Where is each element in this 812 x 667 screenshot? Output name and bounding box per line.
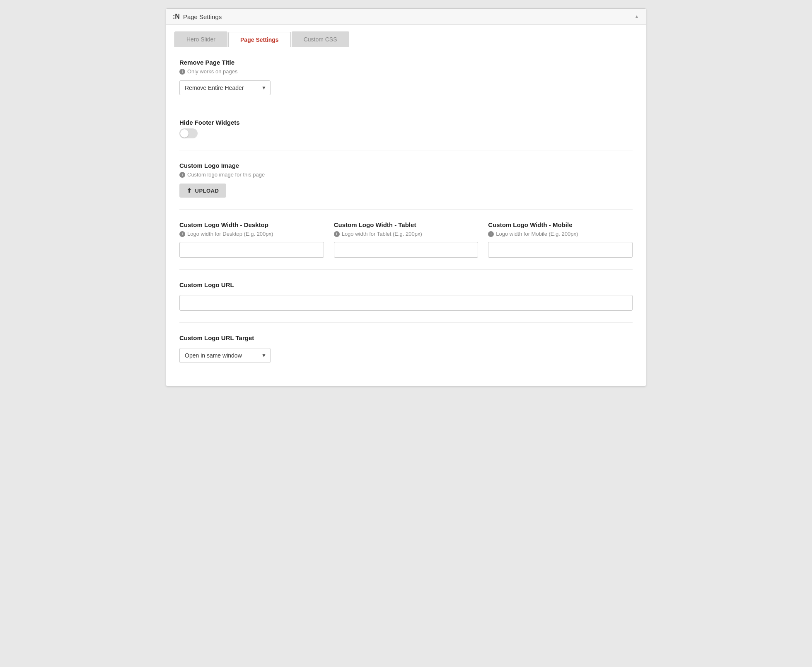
hide-footer-widgets-toggle[interactable] (179, 128, 198, 138)
info-icon-desktop: i (179, 231, 185, 237)
section-remove-page-title: Remove Page Title i Only works on pages … (179, 59, 633, 107)
panel-header: :N Page Settings ▲ (166, 9, 646, 25)
tab-custom-css[interactable]: Custom CSS (292, 31, 349, 47)
remove-page-title-desc: i Only works on pages (179, 68, 633, 75)
section-logo-widths: Custom Logo Width - Desktop i Logo width… (179, 221, 633, 270)
section-custom-logo-url: Custom Logo URL (179, 281, 633, 323)
section-hide-footer-widgets: Hide Footer Widgets (179, 119, 633, 150)
panel-title: Page Settings (183, 13, 222, 20)
logo-width-tablet-input[interactable] (334, 242, 479, 258)
custom-logo-url-input[interactable] (179, 295, 633, 311)
collapse-icon[interactable]: ▲ (634, 14, 639, 19)
panel-header-left: :N Page Settings (173, 13, 222, 20)
logo-width-mobile-label: Custom Logo Width - Mobile (488, 221, 633, 228)
custom-logo-url-target-select[interactable]: Open in same window Open in new window (179, 348, 271, 363)
logo-width-tablet-group: Custom Logo Width - Tablet i Logo width … (334, 221, 479, 258)
info-icon-custom-logo: i (179, 172, 185, 178)
info-icon-tablet: i (334, 231, 340, 237)
logo-width-mobile-input[interactable] (488, 242, 633, 258)
toggle-knob (180, 129, 188, 138)
tab-page-settings[interactable]: Page Settings (228, 32, 291, 47)
logo-width-desktop-input[interactable] (179, 242, 324, 258)
info-icon-mobile: i (488, 231, 494, 237)
upload-icon: ⬆ (187, 187, 192, 194)
remove-page-title-select[interactable]: Remove Entire Header Remove Page Title O… (179, 80, 271, 95)
tabs-row: Hero Slider Page Settings Custom CSS (166, 25, 646, 47)
tab-hero-slider[interactable]: Hero Slider (174, 31, 227, 47)
section-custom-logo-image: Custom Logo Image i Custom logo image fo… (179, 162, 633, 210)
remove-page-title-label: Remove Page Title (179, 59, 633, 66)
page-settings-panel: :N Page Settings ▲ Hero Slider Page Sett… (166, 8, 646, 387)
upload-button[interactable]: ⬆ UPLOAD (179, 184, 226, 198)
custom-logo-url-label: Custom Logo URL (179, 281, 633, 288)
logo-width-desktop-desc: i Logo width for Desktop (E.g. 200px) (179, 231, 324, 237)
panel-logo: :N (173, 13, 180, 20)
logo-width-desktop-label: Custom Logo Width - Desktop (179, 221, 324, 228)
custom-logo-url-target-select-wrapper[interactable]: Open in same window Open in new window ▼ (179, 348, 271, 363)
remove-page-title-select-wrapper[interactable]: Remove Entire Header Remove Page Title O… (179, 80, 271, 95)
panel-body: Remove Page Title i Only works on pages … (166, 47, 646, 386)
logo-width-tablet-desc: i Logo width for Tablet (E.g. 200px) (334, 231, 479, 237)
section-custom-logo-url-target: Custom Logo URL Target Open in same wind… (179, 334, 633, 375)
custom-logo-url-target-label: Custom Logo URL Target (179, 334, 633, 341)
custom-logo-image-desc: i Custom logo image for this page (179, 172, 633, 178)
custom-logo-image-label: Custom Logo Image (179, 162, 633, 169)
logo-width-mobile-desc: i Logo width for Mobile (E.g. 200px) (488, 231, 633, 237)
logo-width-grid: Custom Logo Width - Desktop i Logo width… (179, 221, 633, 258)
info-icon-remove-page-title: i (179, 69, 185, 75)
logo-width-tablet-label: Custom Logo Width - Tablet (334, 221, 479, 228)
logo-width-desktop-group: Custom Logo Width - Desktop i Logo width… (179, 221, 324, 258)
toggle-wrapper (179, 128, 633, 138)
upload-label: UPLOAD (195, 188, 219, 194)
logo-width-mobile-group: Custom Logo Width - Mobile i Logo width … (488, 221, 633, 258)
hide-footer-widgets-label: Hide Footer Widgets (179, 119, 633, 126)
